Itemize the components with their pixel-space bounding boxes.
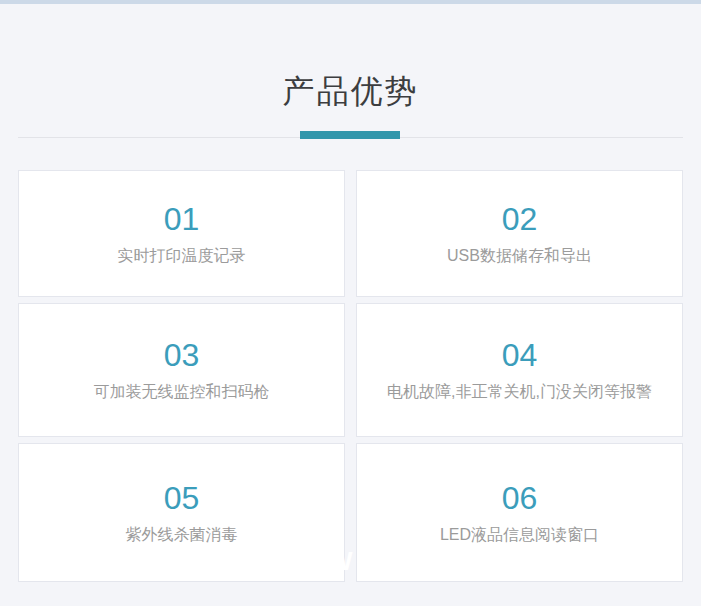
top-accent-bar	[0, 0, 701, 4]
advantage-card-02: 02 USB数据储存和导出	[356, 170, 683, 297]
card-label: 实时打印温度记录	[112, 246, 252, 266]
card-number: 03	[164, 338, 200, 372]
title-underline-bar	[300, 131, 400, 139]
advantage-card-04: 04 电机故障,非正常关机,门没关闭等报警	[356, 303, 683, 437]
card-number: 02	[502, 202, 538, 236]
card-number: 05	[164, 481, 200, 515]
card-label: 电机故障,非正常关机,门没关闭等报警	[381, 382, 658, 402]
card-number: 04	[502, 338, 538, 372]
advantage-card-06: 06 LED液品信息阅读窗口	[356, 443, 683, 582]
card-number: 01	[164, 202, 200, 236]
advantage-card-01: 01 实时打印温度记录	[18, 170, 345, 297]
card-number: 06	[502, 481, 538, 515]
card-label: LED液品信息阅读窗口	[434, 525, 605, 545]
advantage-card-03: 03 可加装无线监控和扫码枪	[18, 303, 345, 437]
card-label: 可加装无线监控和扫码枪	[88, 382, 276, 402]
card-label: USB数据储存和导出	[441, 246, 598, 266]
card-label: 紫外线杀菌消毒	[120, 525, 244, 545]
product-advantages-section: 产品优势 01 实时打印温度记录 02 USB数据储存和导出 03 可加装无线监…	[0, 0, 701, 606]
advantage-card-05: 05 紫外线杀菌消毒	[18, 443, 345, 582]
section-title: 产品优势	[0, 70, 701, 114]
